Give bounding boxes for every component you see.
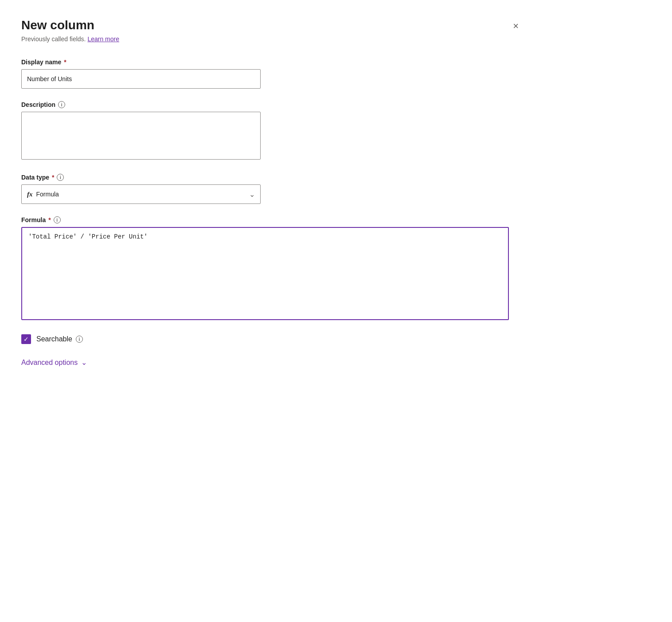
required-star-formula: * bbox=[48, 216, 51, 223]
display-name-label: Display name * bbox=[21, 59, 522, 66]
fx-icon: fx bbox=[27, 191, 33, 198]
checkmark-icon: ✓ bbox=[23, 336, 29, 342]
new-column-panel: New column × Previously called fields. L… bbox=[21, 18, 522, 367]
data-type-group: Data type * i fx Formula ⌄ bbox=[21, 174, 522, 204]
required-star-datatype: * bbox=[52, 174, 54, 181]
chevron-down-icon: ⌄ bbox=[249, 190, 255, 199]
advanced-options-row[interactable]: Advanced options ⌄ bbox=[21, 358, 522, 367]
close-button[interactable]: × bbox=[509, 20, 522, 33]
display-name-input[interactable] bbox=[21, 69, 261, 89]
description-info-icon[interactable]: i bbox=[58, 101, 65, 108]
advanced-options-label: Advanced options bbox=[21, 359, 78, 367]
data-type-value: Formula bbox=[36, 191, 59, 198]
searchable-label: Searchable i bbox=[36, 335, 83, 343]
data-type-label: Data type * i bbox=[21, 174, 522, 181]
searchable-row: ✓ Searchable i bbox=[21, 334, 522, 344]
required-star: * bbox=[64, 59, 66, 66]
data-type-info-icon[interactable]: i bbox=[57, 174, 64, 181]
formula-group: Formula * i 'Total Price' / 'Price Per U… bbox=[21, 216, 522, 322]
data-type-select-wrapper: fx Formula ⌄ bbox=[21, 184, 261, 204]
description-input[interactable] bbox=[21, 112, 261, 160]
description-label: Description i bbox=[21, 101, 522, 108]
searchable-checkbox[interactable]: ✓ bbox=[21, 334, 31, 344]
data-type-select[interactable]: fx Formula ⌄ bbox=[21, 184, 261, 204]
searchable-info-icon[interactable]: i bbox=[76, 336, 83, 343]
panel-header: New column × bbox=[21, 18, 522, 33]
formula-label: Formula * i bbox=[21, 216, 522, 223]
display-name-group: Display name * bbox=[21, 59, 522, 89]
learn-more-link[interactable]: Learn more bbox=[87, 35, 119, 43]
advanced-options-chevron-icon: ⌄ bbox=[81, 358, 87, 367]
formula-info-icon[interactable]: i bbox=[54, 216, 61, 223]
formula-input[interactable]: 'Total Price' / 'Price Per Unit' bbox=[21, 227, 509, 320]
description-group: Description i bbox=[21, 101, 522, 161]
panel-subtitle: Previously called fields. Learn more bbox=[21, 35, 522, 43]
panel-title: New column bbox=[21, 18, 94, 33]
